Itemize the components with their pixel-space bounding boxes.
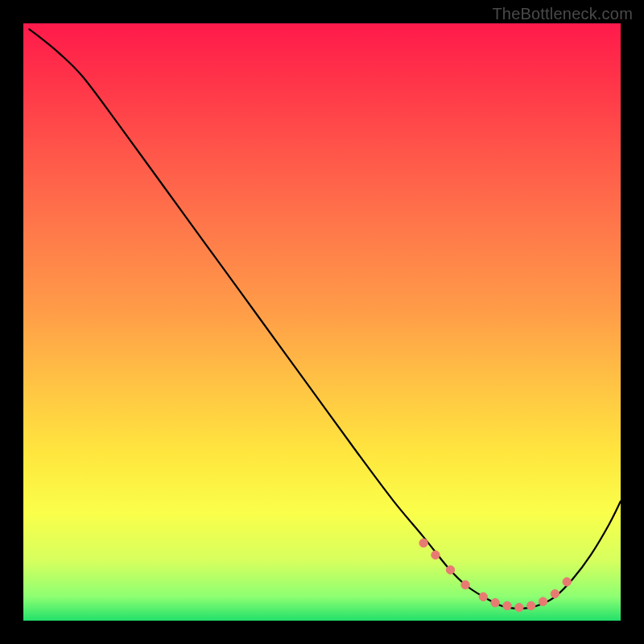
data-point <box>419 539 427 547</box>
data-point <box>479 592 487 601</box>
data-point <box>503 601 511 609</box>
watermark-text: TheBottleneck.com <box>492 5 633 23</box>
data-point <box>431 551 440 559</box>
plot-svg <box>23 23 621 621</box>
data-point <box>461 580 469 588</box>
data-point <box>527 601 535 609</box>
data-point <box>515 603 523 611</box>
data-point <box>446 566 454 574</box>
data-point <box>539 597 547 605</box>
data-point <box>551 589 559 597</box>
plot-area <box>23 23 621 621</box>
data-point <box>563 578 571 586</box>
data-point <box>491 599 499 607</box>
chart-frame: TheBottleneck.com <box>0 0 644 644</box>
gradient-background <box>23 23 621 621</box>
